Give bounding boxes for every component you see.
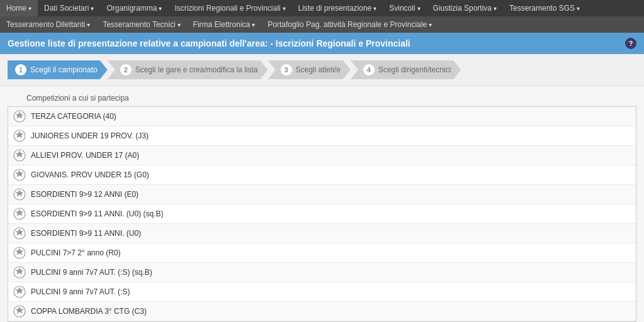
soccer-icon <box>13 208 26 220</box>
navbar-item[interactable]: Organigramma ▾ <box>100 0 168 16</box>
navbar-item[interactable]: Dati Societari ▾ <box>38 0 100 16</box>
competition-name: JUNIORES UNDER 19 PROV. (J3) <box>31 131 149 140</box>
step-number: 1 <box>15 64 26 75</box>
step-label: Scegli atleti/e <box>296 65 341 74</box>
caret-icon: ▾ <box>91 5 94 12</box>
competition-item[interactable]: TERZA CATEGORIA (40) <box>8 107 636 126</box>
step-1[interactable]: 1Scegli il campionato <box>8 60 108 79</box>
caret-icon: ▾ <box>373 5 376 12</box>
section-label: Competizioni a cui si partecipa <box>8 94 636 103</box>
competition-name: PULCINI 9 anni 7v7 AUT. (:S) <box>31 287 130 296</box>
soccer-icon <box>13 266 26 279</box>
competition-name: PULCINI 9 anni 7v7 AUT. (:S) (sq.B) <box>31 268 152 277</box>
competition-list: TERZA CATEGORIA (40) JUNIORES UNDER 19 P… <box>8 106 636 322</box>
caret-icon: ▾ <box>159 5 162 12</box>
step-label: Scegli le gare e crea/modifica la lista <box>135 65 258 74</box>
competition-item[interactable]: ESORDIENTI 9>9 11 ANNI. (U0) (sq.B) <box>8 204 636 224</box>
competition-name: ALLIEVI PROV. UNDER 17 (A0) <box>31 151 139 160</box>
caret-icon: ▾ <box>417 5 421 12</box>
competition-name: COPPA LOMBARDIA 3° CTG (C3) <box>31 307 147 316</box>
step-number: 4 <box>363 64 375 75</box>
navbar-item[interactable]: Tesseramento Dilettanti ▾ <box>0 16 96 33</box>
caret-icon: ▾ <box>429 21 432 28</box>
soccer-icon <box>13 247 26 259</box>
soccer-icon <box>13 130 26 142</box>
competition-item[interactable]: ESORDIENTI 9>9 11 ANNI. (U0) <box>8 224 636 243</box>
competition-name: ESORDIENTI 9>9 11 ANNI. (U0) (sq.B) <box>31 209 163 218</box>
navbar-item[interactable]: Firma Elettronica ▾ <box>187 16 262 33</box>
soccer-icon <box>13 149 26 162</box>
competition-item[interactable]: PULCINI 7>7 2° anno (R0) <box>8 243 636 263</box>
caret-icon: ▾ <box>252 21 255 28</box>
navbar-item[interactable]: Svincoli ▾ <box>383 0 426 16</box>
step-4[interactable]: 4Scegli dirigenti/tecnici <box>351 60 461 79</box>
step-2[interactable]: 2Scegli le gare e crea/modifica la lista <box>108 60 268 79</box>
caret-icon: ▾ <box>577 5 580 12</box>
competition-item[interactable]: COPPA LOMBARDIA 3° CTG (C3) <box>8 302 636 321</box>
step-label: Scegli il campionato <box>30 65 98 74</box>
soccer-icon <box>13 188 26 201</box>
caret-icon: ▾ <box>494 5 497 12</box>
caret-icon: ▾ <box>28 5 31 12</box>
competition-name: PULCINI 7>7 2° anno (R0) <box>31 248 121 257</box>
navbar-item[interactable]: Giustizia Sportiva ▾ <box>427 0 503 16</box>
navbar-item[interactable]: Portafoglio Pag. attività Regionale e Pr… <box>261 16 438 33</box>
competition-item[interactable]: JUNIORES UNDER 19 PROV. (J3) <box>8 126 636 146</box>
navbar-row1: Home ▾Dati Societari ▾Organigramma ▾Iscr… <box>0 0 644 33</box>
soccer-icon <box>13 169 26 181</box>
soccer-icon <box>13 110 26 123</box>
caret-icon: ▾ <box>178 21 181 28</box>
competition-name: GIOVANIS. PROV UNDER 15 (G0) <box>31 170 149 179</box>
competition-item[interactable]: PULCINI 9 anni 7v7 AUT. (:S) (sq.B) <box>8 263 636 282</box>
page-title: Gestione liste di presentazione relative… <box>8 38 410 48</box>
caret-icon: ▾ <box>87 21 90 28</box>
competition-item[interactable]: ESORDIENTI 9>9 12 ANNI (E0) <box>8 185 636 204</box>
navbar-item[interactable]: Tesseramento Tecnici ▾ <box>96 16 186 33</box>
competition-name: TERZA CATEGORIA (40) <box>31 112 116 121</box>
navbar-item[interactable]: Liste di presentazione ▾ <box>292 0 383 16</box>
step-3[interactable]: 3Scegli atleti/e <box>268 60 351 79</box>
step-label: Scegli dirigenti/tecnici <box>378 65 451 74</box>
competition-name: ESORDIENTI 9>9 12 ANNI (E0) <box>31 190 138 199</box>
soccer-icon <box>13 305 26 318</box>
help-icon[interactable]: ? <box>625 38 636 49</box>
competition-item[interactable]: PULCINI 9 anni 7v7 AUT. (:S) <box>8 282 636 302</box>
soccer-icon <box>13 227 26 240</box>
page-title-bar: Gestione liste di presentazione relative… <box>0 33 644 54</box>
navbar-item[interactable]: Home ▾ <box>0 0 38 16</box>
main-content: Competizioni a cui si partecipa TERZA CA… <box>0 86 644 322</box>
step-number: 3 <box>281 64 292 75</box>
caret-icon: ▾ <box>283 5 286 12</box>
steps-container: 1Scegli il campionato2Scegli le gare e c… <box>0 54 644 86</box>
navbar-item[interactable]: Iscrizioni Regionali e Provinciali ▾ <box>168 0 291 16</box>
step-number: 2 <box>120 64 132 75</box>
navbar-item[interactable]: Tesseramento SGS ▾ <box>503 0 586 16</box>
competition-item[interactable]: GIOVANIS. PROV UNDER 15 (G0) <box>8 165 636 185</box>
soccer-icon <box>13 286 26 298</box>
competition-name: ESORDIENTI 9>9 11 ANNI. (U0) <box>31 229 141 238</box>
competition-item[interactable]: ALLIEVI PROV. UNDER 17 (A0) <box>8 146 636 165</box>
